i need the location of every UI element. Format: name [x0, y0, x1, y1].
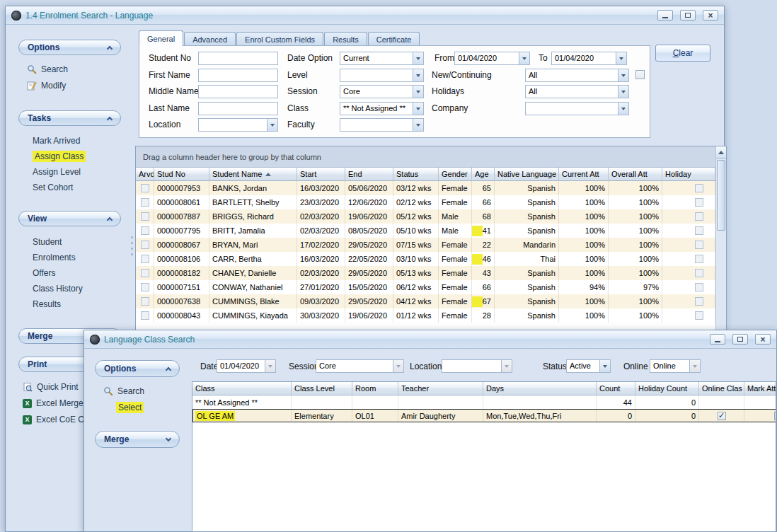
- checkbox[interactable]: [141, 226, 149, 235]
- dropdown-arrow-icon[interactable]: [501, 360, 512, 372]
- column-header-room[interactable]: Room: [352, 382, 398, 395]
- maximize-button[interactable]: [732, 334, 748, 345]
- sidebar-item-class-history[interactable]: Class History: [33, 283, 83, 294]
- column-header-gender[interactable]: Gender: [439, 168, 472, 181]
- sidebar-item-set-cohort[interactable]: Set Cohort: [33, 182, 73, 193]
- view-panel-header[interactable]: View: [18, 211, 121, 226]
- first-name-input[interactable]: [198, 69, 278, 82]
- tasks-panel-header[interactable]: Tasks: [18, 110, 121, 126]
- column-header-class[interactable]: Class: [192, 382, 292, 395]
- column-header-start[interactable]: Start: [297, 168, 345, 181]
- date-option-select[interactable]: Current: [340, 52, 424, 65]
- checkbox[interactable]: [695, 241, 703, 249]
- tab-certificate[interactable]: Certificate: [368, 32, 420, 46]
- column-header-count[interactable]: Count: [597, 382, 635, 395]
- status-select[interactable]: Active: [566, 359, 611, 373]
- table-row[interactable]: 0000007638CUMMINGS, Blake09/03/202029/05…: [136, 294, 715, 308]
- new-continuing-checkbox[interactable]: [635, 70, 645, 79]
- sidebar-item-enrolments[interactable]: Enrolments: [33, 252, 76, 263]
- column-header-current_att[interactable]: Current Att: [559, 168, 609, 181]
- table-row[interactable]: 0000008061BARTLETT, Shelby23/03/202012/0…: [136, 195, 715, 209]
- column-header-status[interactable]: Status: [393, 168, 439, 181]
- table-row[interactable]: 0000007887BRIGGS, Richard02/03/202019/06…: [136, 209, 715, 224]
- tab-results[interactable]: Results: [324, 32, 367, 46]
- column-header-mark_attend[interactable]: Mark Atten: [744, 382, 776, 395]
- dropdown-arrow-icon[interactable]: [413, 119, 423, 131]
- column-header-end[interactable]: End: [345, 168, 393, 181]
- to-date-input[interactable]: 01/04/2020: [551, 52, 627, 65]
- checkbox[interactable]: [695, 311, 703, 320]
- online-select[interactable]: Online: [650, 359, 701, 373]
- dropdown-arrow-icon[interactable]: [265, 360, 275, 372]
- main-titlebar[interactable]: 1.4 Enrolment Search - Language ×: [6, 6, 724, 25]
- location-select[interactable]: [198, 118, 278, 132]
- minimize-button[interactable]: [657, 10, 673, 21]
- date-input[interactable]: 01/04/2020: [217, 359, 276, 373]
- table-row[interactable]: OL GE AMElementaryOL01Amir DaughertyMon,…: [192, 409, 776, 422]
- tab-advanced[interactable]: Advanced: [184, 32, 236, 46]
- clear-button[interactable]: Clear: [655, 45, 710, 62]
- close-button[interactable]: ×: [703, 10, 718, 21]
- location-select[interactable]: [442, 359, 512, 373]
- options-panel-header[interactable]: Options: [95, 360, 180, 377]
- sidebar-item-quick-print[interactable]: Quick Print: [23, 381, 79, 393]
- dropdown-arrow-icon[interactable]: [267, 119, 277, 131]
- sidebar-item-search[interactable]: Search: [103, 386, 144, 397]
- dropdown-arrow-icon[interactable]: [393, 360, 403, 372]
- from-date-input[interactable]: 01/04/2020: [454, 52, 530, 65]
- holidays-select[interactable]: All: [525, 85, 629, 98]
- class-select[interactable]: ** Not Assigned **: [340, 102, 424, 115]
- sidebar-item-mark-arrived[interactable]: Mark Arrived: [33, 135, 80, 146]
- dropdown-arrow-icon[interactable]: [413, 86, 423, 98]
- sidebar-item-assign-class[interactable]: Assign Class: [33, 151, 86, 162]
- group-by-bar[interactable]: Drag a column header here to group by th…: [136, 146, 715, 168]
- checkbox[interactable]: [695, 255, 703, 263]
- column-header-name[interactable]: Student Name: [209, 168, 297, 181]
- class-titlebar[interactable]: Language Class Search ×: [84, 330, 776, 349]
- session-select[interactable]: Core: [316, 359, 404, 373]
- sidebar-item-results[interactable]: Results: [33, 299, 61, 310]
- column-header-online_class[interactable]: Online Clas: [699, 382, 744, 395]
- session-select[interactable]: Core: [340, 85, 424, 98]
- sidebar-item-search[interactable]: Search: [27, 64, 68, 75]
- sidebar-item-excel-coe[interactable]: X Excel CoE C: [23, 414, 84, 425]
- column-header-holiday[interactable]: Holiday: [662, 168, 715, 181]
- table-row[interactable]: 0000007953BANKS, Jordan16/03/202005/06/2…: [136, 181, 715, 195]
- column-header-overall_att[interactable]: Overall Att: [609, 168, 662, 181]
- dropdown-arrow-icon[interactable]: [413, 52, 423, 64]
- dropdown-arrow-icon[interactable]: [599, 360, 610, 372]
- checkbox[interactable]: [695, 198, 703, 207]
- column-header-teacher[interactable]: Teacher: [398, 382, 483, 395]
- close-button[interactable]: ×: [755, 334, 771, 345]
- options-panel-header[interactable]: Options: [18, 40, 121, 55]
- checkbox[interactable]: [141, 297, 149, 306]
- dropdown-arrow-icon[interactable]: [689, 360, 700, 372]
- checkbox-checked[interactable]: [774, 412, 777, 420]
- checkbox[interactable]: [695, 184, 703, 192]
- sidebar-item-student[interactable]: Student: [33, 236, 62, 248]
- scroll-thumb[interactable]: [717, 160, 725, 231]
- checkbox[interactable]: [695, 226, 703, 235]
- dropdown-arrow-icon[interactable]: [616, 52, 626, 64]
- scroll-up-button[interactable]: [716, 146, 726, 158]
- column-header-arvd[interactable]: Arvd: [136, 168, 154, 181]
- column-header-age[interactable]: Age: [472, 168, 495, 181]
- checkbox[interactable]: [141, 311, 149, 320]
- dropdown-arrow-icon[interactable]: [413, 103, 423, 115]
- sidebar-item-excel-merge[interactable]: X Excel Merge: [23, 398, 84, 409]
- student-no-input[interactable]: [198, 52, 278, 65]
- level-select[interactable]: [340, 69, 424, 82]
- sidebar-item-assign-level[interactable]: Assign Level: [33, 166, 81, 178]
- dropdown-arrow-icon[interactable]: [618, 103, 628, 115]
- table-row[interactable]: 0000007151CONWAY, Nathaniel27/01/202015/…: [136, 280, 715, 294]
- column-header-stud_no[interactable]: Stud No: [154, 168, 209, 181]
- checkbox[interactable]: [141, 212, 149, 221]
- checkbox[interactable]: [695, 283, 703, 291]
- checkbox[interactable]: [695, 297, 703, 306]
- column-header-native_language[interactable]: Native Language: [495, 168, 559, 181]
- checkbox-checked[interactable]: [718, 412, 726, 420]
- checkbox[interactable]: [141, 269, 149, 277]
- dropdown-arrow-icon[interactable]: [519, 52, 529, 64]
- checkbox[interactable]: [695, 269, 703, 277]
- table-row[interactable]: 0000008106CARR, Bertha16/03/202022/05/20…: [136, 252, 715, 266]
